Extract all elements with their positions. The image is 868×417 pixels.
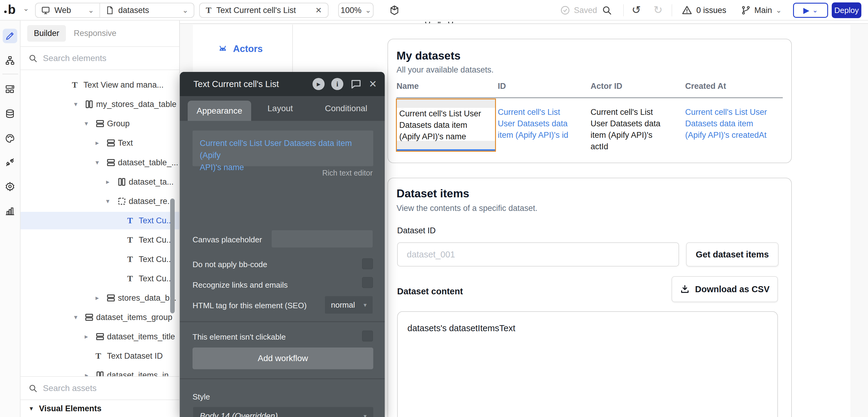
- run-workflow-icon[interactable]: ▶: [312, 78, 324, 90]
- cell-actor-id-text[interactable]: Current cell's List User Datasets data i…: [591, 106, 681, 152]
- open-element-tab[interactable]: T Text Current cell's List ✕: [199, 3, 329, 18]
- rail-logs-tab[interactable]: [3, 204, 17, 218]
- rail-plugins-tab[interactable]: [3, 155, 17, 169]
- group-element-icon: [106, 293, 116, 302]
- save-status: Saved: [560, 4, 597, 16]
- download-csv-button[interactable]: Download as CSV: [672, 276, 778, 302]
- bar-chart-icon: [5, 206, 15, 216]
- tree-item[interactable]: T Text View and mana...: [21, 76, 179, 94]
- tab-appearance[interactable]: Appearance: [188, 101, 251, 121]
- redo-button[interactable]: ↻: [653, 4, 662, 16]
- html-tag-select[interactable]: normal ▾: [325, 296, 373, 314]
- element-tree: T Text Datasets T Text View and mana... …: [21, 70, 179, 376]
- bbcode-checkbox[interactable]: [362, 258, 373, 269]
- expand-arrow-icon[interactable]: ▸: [85, 333, 88, 341]
- rail-settings-tab[interactable]: [3, 179, 17, 194]
- tree-item[interactable]: T Text Cu...: [21, 270, 179, 287]
- search-assets-input[interactable]: Search assets: [21, 376, 179, 399]
- dataset-id-input[interactable]: dataset_001: [397, 242, 679, 266]
- tree-item[interactable]: ▸ Text: [21, 134, 179, 152]
- expand-arrow-icon[interactable]: ▾: [74, 313, 78, 321]
- tree-item[interactable]: ▸ dataset_ta...: [21, 173, 179, 191]
- expand-arrow-icon[interactable]: ▸: [106, 178, 110, 186]
- expand-arrow-icon[interactable]: ▸: [85, 372, 88, 376]
- table-element-icon: [95, 371, 104, 376]
- canvas-placeholder-input[interactable]: [272, 230, 373, 248]
- expand-arrow-icon[interactable]: ▾: [74, 100, 78, 108]
- selection-underline: [397, 149, 495, 151]
- expand-arrow-icon[interactable]: ▾: [106, 197, 110, 205]
- tab-conditional[interactable]: Conditional: [325, 96, 367, 121]
- page-icon: [105, 6, 114, 14]
- issues-label: 0 issues: [696, 6, 726, 15]
- not-clickable-checkbox[interactable]: [362, 330, 373, 342]
- component-library-button[interactable]: [389, 4, 400, 16]
- close-panel-icon[interactable]: ✕: [369, 78, 377, 90]
- style-select[interactable]: Body 14 (Overridden) ▾: [193, 407, 373, 417]
- search-icon: [28, 384, 37, 393]
- tree-item[interactable]: T Text Cu...: [21, 251, 179, 268]
- play-icon: ▶: [803, 6, 809, 15]
- tree-item[interactable]: ▾ Group: [21, 115, 179, 132]
- search-elements-input[interactable]: Search elements: [21, 47, 179, 70]
- recognize-links-checkbox[interactable]: [362, 277, 373, 288]
- expand-arrow-icon[interactable]: ▸: [95, 294, 99, 302]
- tree-item[interactable]: T Text Cu...: [21, 231, 179, 249]
- tree-item[interactable]: T Text Dataset ID: [21, 347, 179, 365]
- tree-item[interactable]: ▸ dataset_items_in...: [21, 366, 179, 376]
- bubble-logo[interactable]: b: [8, 2, 16, 17]
- deploy-button[interactable]: Deploy: [832, 2, 861, 18]
- tree-scrollbar[interactable]: [170, 198, 175, 313]
- expand-arrow-icon[interactable]: ▾: [85, 120, 88, 128]
- comment-bubble-icon[interactable]: [350, 78, 362, 90]
- expand-arrow-icon[interactable]: ▾: [95, 159, 99, 166]
- rich-text-value-box[interactable]: Current cell's List User Datasets data i…: [192, 131, 373, 166]
- cell-id-text[interactable]: Current cell's List User Datasets data i…: [498, 106, 588, 141]
- rail-data-tab[interactable]: [3, 107, 17, 121]
- branch-selector[interactable]: Main ⌄: [741, 4, 782, 16]
- rail-components-tab[interactable]: [3, 82, 17, 96]
- search-button[interactable]: [602, 4, 612, 16]
- expand-arrow-icon[interactable]: ▸: [95, 139, 99, 147]
- branch-icon: [741, 5, 751, 15]
- table-element-icon: [85, 100, 94, 109]
- device-selector[interactable]: Web ⌄: [36, 3, 99, 17]
- dataset-content-label: Dataset content: [397, 286, 463, 296]
- cell-created-at-text[interactable]: Current cell's List User Datasets data i…: [685, 106, 789, 141]
- sidebar-item-actors[interactable]: Actors: [217, 43, 262, 54]
- close-tab-icon[interactable]: ✕: [315, 6, 322, 15]
- tab-responsive[interactable]: Responsive: [69, 25, 121, 42]
- rail-workflow-tab[interactable]: [3, 53, 17, 68]
- property-panel-header[interactable]: Text Current cell's List ▶ i ✕: [180, 72, 385, 96]
- text-element-icon: T: [127, 255, 133, 263]
- get-dataset-items-button[interactable]: Get dataset items: [686, 242, 779, 266]
- add-workflow-button[interactable]: Add workflow: [192, 348, 373, 369]
- column-header-actor-id: Actor ID: [591, 82, 622, 91]
- tree-item-selected[interactable]: T Text Cu...: [21, 212, 179, 229]
- info-icon[interactable]: i: [331, 78, 343, 90]
- tree-item[interactable]: T Text Datasets: [21, 70, 179, 74]
- tree-item[interactable]: ▾ my_stores_data_table: [21, 95, 179, 113]
- tree-item[interactable]: ▾ dataset_table_...: [21, 154, 179, 171]
- dataset-content-box[interactable]: datasets's datasetItemsText: [397, 311, 778, 417]
- tree-item[interactable]: ▸ dataset_items_title: [21, 328, 179, 345]
- visual-elements-section[interactable]: ▾ Visual Elements: [21, 399, 179, 417]
- rail-styles-tab[interactable]: [3, 131, 17, 146]
- download-icon: [680, 284, 690, 294]
- selected-text-element[interactable]: Current cell's List User Datasets data i…: [396, 98, 496, 152]
- undo-button[interactable]: ↺: [632, 4, 641, 16]
- tab-layout[interactable]: Layout: [268, 96, 293, 121]
- property-editor-panel: Text Current cell's List ▶ i ✕ Appearanc…: [180, 72, 385, 417]
- tree-item[interactable]: ▸ stores_data_b...: [21, 289, 179, 307]
- rich-text-editor-hint[interactable]: Rich text editor: [322, 169, 373, 178]
- preview-button[interactable]: ▶ ⌄: [793, 3, 828, 18]
- group-element-icon: [95, 119, 104, 128]
- issues-indicator[interactable]: 0 issues: [682, 4, 726, 16]
- select-caret-icon: ▾: [364, 413, 367, 417]
- zoom-selector[interactable]: 100% ⌄: [338, 3, 374, 18]
- tab-builder[interactable]: Builder: [27, 25, 66, 42]
- rail-design-tab[interactable]: [3, 29, 17, 43]
- tree-item[interactable]: ▾ dataset_re...: [21, 192, 179, 210]
- page-selector[interactable]: datasets ⌄: [100, 3, 194, 17]
- tree-item[interactable]: ▾ dataset_items_group: [21, 309, 179, 326]
